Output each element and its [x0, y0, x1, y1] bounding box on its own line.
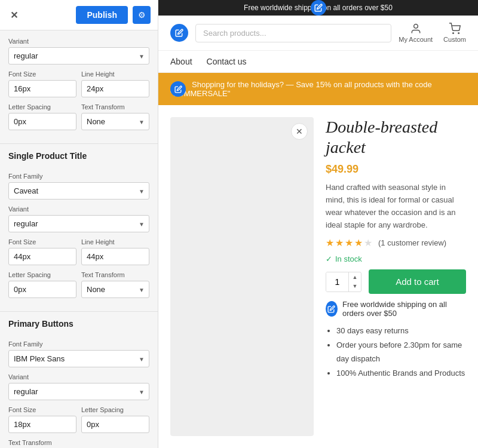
pb-font-family-label: Font Family: [8, 340, 149, 348]
text-transform-label: Text Transform: [81, 103, 149, 111]
spt-font-family-select-wrap: Caveat IBM Plex Sans Georgia Arial ▼: [8, 182, 149, 200]
pb-variant-label: Variant: [8, 373, 149, 381]
variant-section: Variant regular bold italic light ▼ Font…: [0, 30, 158, 143]
site-header: Search products... My Account Custom: [158, 16, 478, 51]
spt-text-transform-select-wrap: None Uppercase Lowercase Capitalize ▼: [81, 281, 149, 298]
svg-point-8: [453, 33, 454, 34]
search-input[interactable]: Search products...: [195, 24, 391, 42]
text-transform-field-group: Text Transform None Uppercase Lowercase …: [81, 103, 149, 130]
gear-icon: ⚙: [138, 10, 146, 20]
font-size-line-height-row: Font Size Line Height: [8, 70, 149, 103]
announcement-edit-button[interactable]: [311, 0, 326, 16]
spt-line-height-field-group: Line Height: [81, 238, 149, 265]
single-product-title-section-title: Single Product Title: [0, 143, 158, 165]
announcement-bar: Free worldwide shipping on all orders ov…: [158, 0, 478, 16]
line-height-input[interactable]: [81, 80, 149, 97]
primary-buttons-section-title: Primary Buttons: [0, 311, 158, 333]
list-item: Order yours before 2.30pm for same day d…: [336, 338, 466, 366]
letter-spacing-transform-row: Letter Spacing Text Transform None Upper…: [8, 103, 149, 136]
variant-select-wrap: regular bold italic light ▼: [8, 47, 149, 65]
text-transform-select[interactable]: None Uppercase Lowercase Capitalize: [81, 113, 149, 130]
pb-font-family-select-wrap: IBM Plex Sans Caveat Georgia Arial ▼: [8, 350, 149, 367]
product-image: ✕: [170, 117, 314, 436]
qty-arrows: ▲ ▼: [349, 273, 361, 291]
variant-label: Variant: [8, 38, 149, 45]
qty-input-wrap: ▲ ▼: [326, 272, 361, 291]
gear-button[interactable]: ⚙: [133, 6, 151, 24]
spt-font-size-label: Font Size: [8, 238, 76, 246]
font-size-input[interactable]: [8, 80, 76, 97]
product-rating: ★★★★★ (1 customer review): [326, 237, 466, 248]
panel-top-bar: ✕ Publish ⚙: [0, 0, 158, 30]
rating-count: (1 customer review): [378, 238, 446, 247]
svg-point-7: [413, 24, 418, 29]
pb-text-transform-label: Text Transform: [8, 439, 149, 446]
spt-font-family-select[interactable]: Caveat IBM Plex Sans Georgia Arial: [8, 182, 149, 200]
pb-variant-select-wrap: regular bold italic light ▼: [8, 383, 149, 400]
nav-about[interactable]: About: [170, 57, 192, 66]
pb-letter-spacing-input[interactable]: [81, 416, 149, 433]
left-panel: ✕ Publish ⚙ Variant regular bold italic …: [0, 0, 158, 448]
shipping-note: Free worldwide shipping on all orders ov…: [326, 300, 466, 318]
add-to-cart-row: ▲ ▼ Add to cart: [326, 269, 466, 294]
quantity-stepper: ▲ ▼: [326, 272, 361, 292]
right-panel: Free worldwide shipping on all orders ov…: [158, 0, 478, 448]
quantity-input[interactable]: [326, 272, 349, 291]
spt-variant-select[interactable]: regular bold italic light: [8, 215, 149, 232]
text-transform-select-wrap: None Uppercase Lowercase Capitalize ▼: [81, 113, 149, 130]
spt-variant-label: Variant: [8, 205, 149, 213]
header-edit-button[interactable]: [170, 24, 188, 42]
primary-buttons-section: Font Family IBM Plex Sans Caveat Georgia…: [0, 333, 158, 448]
line-height-field-group: Line Height: [81, 70, 149, 97]
spt-letter-spacing-label: Letter Spacing: [8, 271, 76, 278]
letter-spacing-label: Letter Spacing: [8, 103, 76, 111]
my-account-button[interactable]: My Account: [399, 23, 433, 43]
pb-font-family-select[interactable]: IBM Plex Sans Caveat Georgia Arial: [8, 350, 149, 367]
variant-select[interactable]: regular bold italic light: [8, 47, 149, 65]
close-image-button[interactable]: ✕: [291, 123, 308, 140]
spt-variant-field-group: Variant regular bold italic light ▼: [8, 205, 149, 232]
add-to-cart-button[interactable]: Add to cart: [369, 269, 466, 294]
spt-letter-spacing-input[interactable]: [8, 281, 76, 298]
custom-label: Custom: [443, 36, 466, 43]
spt-font-family-field-group: Font Family Caveat IBM Plex Sans Georgia…: [8, 173, 149, 200]
pb-font-size-label: Font Size: [8, 406, 76, 413]
spt-letter-spacing-transform-row: Letter Spacing Text Transform None Upper…: [8, 271, 149, 304]
pb-variant-field-group: Variant regular bold italic light ▼: [8, 373, 149, 400]
product-info: Double-breasted jacket $49.99 Hand craft…: [326, 117, 466, 436]
bullet-list: 30 days easy returns Order yours before …: [326, 324, 466, 380]
shipping-note-text: Free worldwide shipping on all orders ov…: [342, 300, 466, 318]
pb-font-family-field-group: Font Family IBM Plex Sans Caveat Georgia…: [8, 340, 149, 367]
pb-font-size-field-group: Font Size: [8, 406, 76, 433]
product-area: ✕ Double-breasted jacket $49.99 Hand cra…: [158, 105, 478, 448]
svg-point-9: [458, 33, 459, 34]
spt-variant-select-wrap: regular bold italic light ▼: [8, 215, 149, 232]
product-description: Hand crafted with seasonal style in mind…: [326, 182, 466, 231]
product-title: Double-breasted jacket: [326, 117, 466, 157]
pb-letter-spacing-field-group: Letter Spacing: [81, 406, 149, 433]
list-item: 100% Authentic Brands and Products: [336, 366, 466, 380]
variant-field-group: Variant regular bold italic light ▼: [8, 38, 149, 65]
spt-text-transform-field-group: Text Transform None Uppercase Lowercase …: [81, 271, 149, 298]
qty-down-button[interactable]: ▼: [349, 282, 361, 291]
custom-button[interactable]: Custom: [443, 23, 466, 43]
my-account-label: My Account: [399, 36, 433, 43]
pb-font-size-input[interactable]: [8, 416, 76, 433]
header-icons: My Account Custom: [399, 23, 466, 43]
publish-button[interactable]: Publish: [76, 6, 128, 24]
pb-variant-select[interactable]: regular bold italic light: [8, 383, 149, 400]
letter-spacing-field-group: Letter Spacing: [8, 103, 76, 130]
nav-contact[interactable]: Contact us: [207, 57, 247, 66]
spt-font-size-input[interactable]: [8, 248, 76, 265]
font-size-field-group: Font Size: [8, 70, 76, 97]
spt-line-height-label: Line Height: [81, 238, 149, 246]
shipping-icon: [326, 301, 338, 317]
spt-font-size-field-group: Font Size: [8, 238, 76, 265]
qty-up-button[interactable]: ▲: [349, 273, 361, 282]
spt-line-height-input[interactable]: [81, 248, 149, 265]
spt-text-transform-select[interactable]: None Uppercase Lowercase Capitalize: [81, 281, 149, 298]
letter-spacing-input[interactable]: [8, 113, 76, 130]
sale-banner-edit-button[interactable]: [170, 81, 186, 97]
close-button[interactable]: ✕: [7, 8, 20, 22]
pb-text-transform-field-group: Text Transform None Uppercase Lowercase …: [8, 439, 149, 448]
